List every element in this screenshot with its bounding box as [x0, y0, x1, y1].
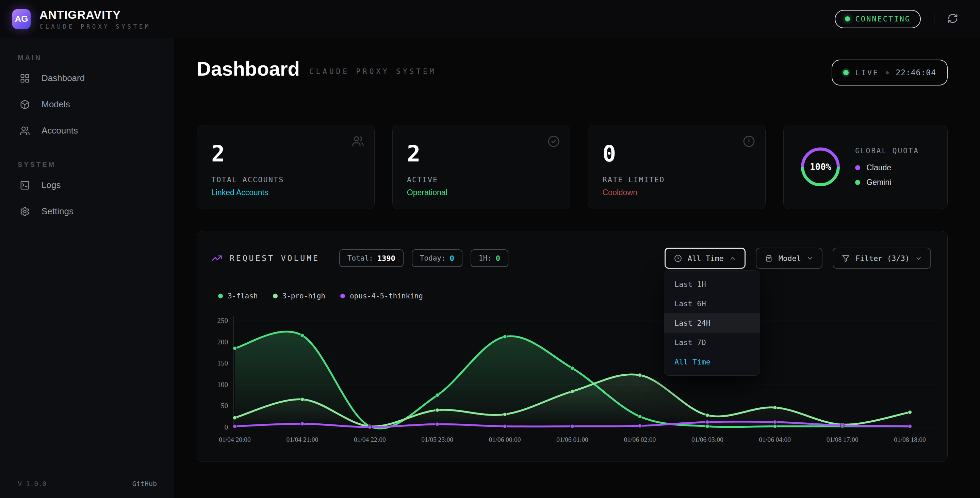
funnel-icon — [842, 254, 850, 263]
check-circle-icon — [547, 135, 560, 147]
all-time-dropdown-button[interactable]: All Time — [665, 247, 746, 269]
live-clock: 22:46:04 — [896, 68, 936, 77]
svg-text:200: 200 — [218, 338, 228, 346]
sidebar-item-settings[interactable]: Settings — [0, 198, 174, 225]
svg-text:01/06 02:00: 01/06 02:00 — [624, 436, 656, 443]
legend-dot-icon — [273, 294, 278, 298]
quota-label: GLOBAL QUOTA — [855, 147, 919, 155]
time-range-dropdown: Last 1HLast 6HLast 24HLast 7DAll Time — [664, 270, 760, 376]
svg-text:100: 100 — [218, 380, 228, 389]
svg-text:150: 150 — [218, 359, 228, 367]
box-icon — [765, 254, 773, 263]
github-link[interactable]: GitHub — [132, 480, 157, 488]
header-divider — [934, 13, 934, 25]
stat-sublabel: Cooldown — [603, 188, 751, 197]
alert-circle-icon — [743, 135, 755, 147]
terminal-icon — [20, 180, 30, 190]
stat-card-rate-limited: 0RATE LIMITEDCooldown — [588, 124, 766, 209]
svg-text:01/04 21:00: 01/04 21:00 — [286, 436, 318, 443]
legend-dot-icon — [218, 294, 223, 298]
request-volume-panel: 05010015020025001/04 20:0001/04 21:0001/… — [197, 231, 948, 462]
model-dropdown-button[interactable]: Model — [756, 247, 822, 269]
page-title: Dashboard — [197, 57, 300, 80]
svg-text:50: 50 — [221, 402, 228, 410]
request-volume-title: REQUEST VOLUME — [211, 253, 320, 263]
sidebar-item-accounts[interactable]: Accounts — [0, 118, 174, 144]
app-subtitle: CLAUDE PROXY SYSTEM — [40, 23, 151, 30]
sidebar-item-models[interactable]: Models — [0, 91, 174, 118]
app-logo: AG — [12, 9, 30, 29]
volume-badge-today: Today:0 — [412, 249, 463, 267]
svg-text:01/08 18:00: 01/08 18:00 — [894, 436, 926, 443]
separator-dot-icon — [886, 71, 889, 74]
live-dot-icon — [843, 70, 849, 75]
grid-icon — [20, 73, 30, 83]
quota-legend-row: Claude — [855, 163, 919, 172]
svg-text:01/06 00:00: 01/06 00:00 — [489, 436, 521, 443]
app-header: AG ANTIGRAVITY CLAUDE PROXY SYSTEM CONNE… — [0, 0, 980, 38]
chevron-up-icon — [729, 255, 737, 262]
sidebar-section-label: MAIN — [18, 54, 174, 62]
stat-label: RATE LIMITED — [603, 176, 751, 184]
main-content: Dashboard CLAUDE PROXY SYSTEM LIVE 22:46… — [174, 38, 980, 498]
connection-status-badge: CONNECTING — [835, 10, 921, 28]
chart-legend-item: 3-pro-high — [273, 292, 325, 300]
clock-icon — [674, 254, 682, 263]
quota-legend-row: Gemini — [855, 178, 919, 187]
users-icon — [352, 135, 364, 147]
menu-item-last-1h[interactable]: Last 1H — [664, 275, 760, 294]
svg-text:0: 0 — [224, 423, 228, 431]
svg-text:01/04 22:00: 01/04 22:00 — [354, 436, 386, 443]
legend-dot-icon — [340, 294, 345, 298]
sidebar-item-logs[interactable]: Logs — [0, 172, 174, 198]
sidebar-section-label: SYSTEM — [18, 161, 174, 169]
filter-3-3--dropdown-button[interactable]: Filter (3/3) — [833, 247, 931, 269]
chart-legend-item: opus-4-5-thinking — [340, 292, 423, 300]
menu-item-all-time[interactable]: All Time — [664, 352, 760, 372]
stat-value: 2 — [211, 143, 360, 165]
chart-legend: 3-flash3-pro-highopus-4-5-thinking — [218, 292, 423, 300]
refresh-button[interactable] — [947, 13, 958, 25]
users-icon — [20, 126, 30, 136]
svg-text:01/06 01:00: 01/06 01:00 — [556, 436, 588, 443]
menu-item-last-6h[interactable]: Last 6H — [664, 294, 760, 313]
svg-text:250: 250 — [218, 316, 228, 325]
svg-text:01/06 04:00: 01/06 04:00 — [759, 436, 791, 443]
page-subtitle: CLAUDE PROXY SYSTEM — [309, 67, 436, 76]
svg-text:01/06 03:00: 01/06 03:00 — [692, 436, 724, 443]
trending-up-icon — [211, 253, 222, 263]
live-label: LIVE — [856, 69, 879, 77]
stat-sublabel: Linked Accounts — [211, 188, 360, 197]
status-dot-icon — [845, 16, 850, 21]
legend-dot-icon — [855, 165, 860, 170]
global-quota-card: 100% GLOBAL QUOTA ClaudeGemini — [783, 124, 948, 209]
menu-item-last-7d[interactable]: Last 7D — [664, 333, 760, 352]
sidebar-item-dashboard[interactable]: Dashboard — [0, 65, 174, 91]
quota-ring: 100% — [799, 145, 842, 189]
menu-item-last-24h[interactable]: Last 24H — [664, 313, 760, 333]
live-status-badge: LIVE 22:46:04 — [832, 60, 948, 86]
volume-badge-total: Total:1390 — [339, 249, 404, 267]
chart-legend-item: 3-flash — [218, 292, 258, 300]
volume-badge-1h: 1H:0 — [471, 249, 508, 267]
quota-percent: 100% — [799, 145, 842, 189]
app-version: V 1.0.0 — [18, 480, 46, 488]
connection-status-label: CONNECTING — [856, 14, 911, 23]
package-icon — [20, 99, 30, 110]
stat-value: 2 — [407, 143, 556, 165]
svg-text:01/04 20:00: 01/04 20:00 — [219, 436, 251, 443]
legend-dot-icon — [855, 180, 860, 185]
stat-card-total-accounts: 2TOTAL ACCOUNTSLinked Accounts — [197, 124, 375, 209]
app-name: ANTIGRAVITY — [40, 8, 151, 21]
logo-text: AG — [15, 14, 28, 24]
sidebar: MAINDashboardModelsAccountsSYSTEMLogsSet… — [0, 38, 174, 498]
svg-text:01/08 17:00: 01/08 17:00 — [827, 436, 859, 443]
brand: AG ANTIGRAVITY CLAUDE PROXY SYSTEM — [12, 8, 151, 30]
stat-label: ACTIVE — [407, 176, 556, 184]
chevron-down-icon — [915, 255, 922, 262]
stat-value: 0 — [603, 143, 751, 165]
chevron-down-icon — [807, 255, 814, 262]
stat-label: TOTAL ACCOUNTS — [211, 176, 360, 184]
stat-card-active: 2ACTIVEOperational — [392, 124, 570, 209]
svg-text:01/05 23:00: 01/05 23:00 — [421, 436, 453, 443]
